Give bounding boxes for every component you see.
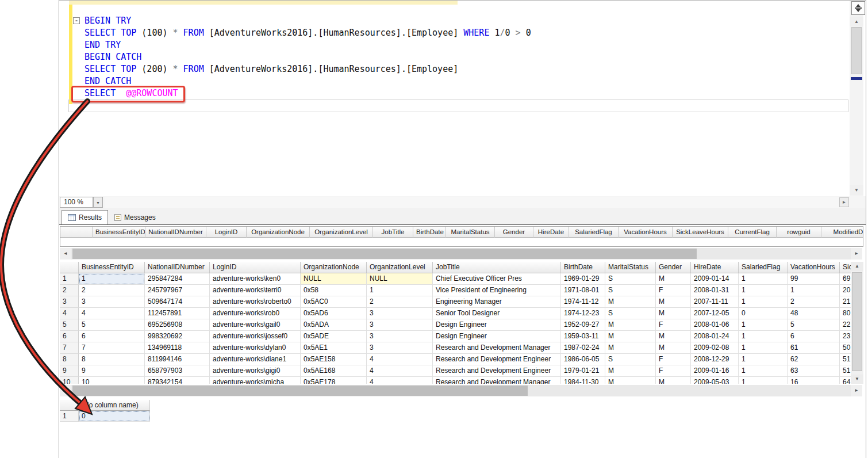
grid-cell[interactable]: 245797967 (145, 285, 210, 296)
grid-cell[interactable]: 1 (739, 285, 788, 296)
editor-vertical-scrollbar[interactable]: ▲ ▼ (850, 1, 863, 196)
grid-cell[interactable]: adventure-works\gail0 (210, 319, 301, 331)
grid-cell[interactable]: 0x5ADE (301, 331, 367, 342)
column-header[interactable]: OrganizationNode (301, 262, 367, 273)
grid-cell[interactable]: 811994146 (145, 354, 210, 365)
tab-messages[interactable]: Messages (109, 210, 162, 224)
grid2-hscroll-thumb[interactable] (72, 386, 528, 396)
column-header[interactable]: MaritalStatus (605, 262, 656, 273)
grid-cell[interactable]: 3 (367, 342, 433, 354)
grid-cell[interactable]: 51 (840, 354, 851, 365)
grid-cell[interactable]: 1 (739, 377, 788, 384)
grid-cell[interactable]: 0 (739, 308, 788, 319)
grid-cell[interactable]: 2009-01-16 (691, 365, 739, 377)
scroll-down-icon[interactable]: ▼ (851, 375, 863, 384)
grid-cell[interactable]: 4 (367, 377, 433, 384)
grid-cell[interactable]: 1 (739, 342, 788, 354)
grid-cell[interactable]: 0x5AE178 (301, 377, 367, 384)
grid-cell[interactable]: 2008-01-24 (691, 331, 739, 342)
grid-cell[interactable]: 695256908 (145, 319, 210, 331)
grid-cell[interactable]: Design Engineer (433, 331, 561, 342)
grid-cell[interactable]: S (605, 354, 656, 365)
grid-cell[interactable]: 2009-05-03 (691, 377, 739, 384)
grid-corner[interactable] (60, 227, 93, 238)
editor-hscroll-button[interactable]: ► (839, 197, 849, 207)
grid-cell[interactable]: 3 (367, 308, 433, 319)
grid-cell[interactable]: 62 (788, 354, 840, 365)
column-header[interactable]: Gender (656, 262, 691, 273)
grid-cell[interactable]: Research and Development Manager (433, 377, 561, 384)
grid-cell[interactable]: 1984-11-30 (561, 377, 605, 384)
grid-cell[interactable]: 80 (840, 308, 851, 319)
code-line[interactable]: SELECT TOP (200) * FROM [AdventureWorks2… (59, 63, 850, 75)
grid-cell[interactable]: 1 (739, 296, 788, 308)
zoom-dropdown-icon[interactable]: ▼ (93, 197, 103, 208)
scroll-up-icon[interactable]: ▲ (851, 262, 863, 271)
grid-cell[interactable]: S (605, 308, 656, 319)
grid-cell[interactable]: 6 (79, 331, 145, 342)
grid-cell[interactable]: Senior Tool Designer (433, 308, 561, 319)
grid-cell[interactable]: 2008-01-06 (691, 319, 739, 331)
grid-cell[interactable]: 23 (840, 331, 851, 342)
grid-cell[interactable]: 658797903 (145, 365, 210, 377)
grid-cell[interactable]: Design Engineer (433, 319, 561, 331)
column-header[interactable]: ModifiedDate (821, 227, 863, 238)
grid-cell[interactable]: 3 (367, 331, 433, 342)
grid-cell[interactable]: adventure-works\terri0 (210, 285, 301, 296)
grid-cell[interactable]: 0x5AE158 (301, 354, 367, 365)
column-header[interactable]: OrganizationNode (247, 227, 310, 238)
grid-cell[interactable]: 3 (367, 319, 433, 331)
grid-cell[interactable]: 1959-03-11 (561, 331, 605, 342)
grid-cell[interactable]: M (656, 296, 691, 308)
grid-cell[interactable]: 998320692 (145, 331, 210, 342)
grid-cell[interactable]: 63 (788, 365, 840, 377)
column-header[interactable]: OrganizationLevel (310, 227, 373, 238)
grid-corner[interactable] (60, 262, 79, 273)
grid1-horizontal-scrollbar[interactable]: ◄ ► (60, 248, 862, 259)
grid-cell[interactable]: M (605, 377, 656, 384)
column-header[interactable]: (No column name) (79, 400, 150, 411)
grid-cell[interactable]: 16 (788, 377, 840, 384)
grid-cell[interactable]: 2 (367, 296, 433, 308)
grid-cell[interactable]: 69 (840, 273, 851, 285)
column-header[interactable]: rowguid (777, 227, 821, 238)
grid-cell[interactable]: Vice President of Engineering (433, 285, 561, 296)
scroll-down-icon[interactable]: ▼ (850, 185, 863, 195)
grid-cell[interactable]: 2007-11-11 (691, 296, 739, 308)
row-header[interactable]: 1 (60, 411, 79, 422)
grid-cell[interactable]: 1 (739, 319, 788, 331)
grid-cell[interactable]: 1979-01-21 (561, 365, 605, 377)
grid-cell[interactable]: 10 (79, 377, 145, 384)
grid-cell[interactable]: F (656, 319, 691, 331)
column-header[interactable]: NationalIDNumber (145, 227, 206, 238)
grid-cell[interactable]: 879342154 (145, 377, 210, 384)
grid-cell[interactable]: 134969118 (145, 342, 210, 354)
grid2-vertical-scrollbar[interactable]: ▲ ▼ (851, 262, 863, 384)
editor-horizontal-scrollbar[interactable] (105, 197, 839, 208)
grid-cell[interactable]: 295847284 (145, 273, 210, 285)
column-header[interactable]: JobTitle (373, 227, 413, 238)
column-header[interactable]: VacationHours (788, 262, 840, 273)
sql-editor[interactable]: - BEGIN TRYSELECT TOP (100) * FROM [Adve… (59, 1, 850, 196)
grid-cell[interactable]: 1 (79, 273, 145, 285)
grid-cell[interactable]: M (605, 365, 656, 377)
grid-cell[interactable]: 1974-11-12 (561, 296, 605, 308)
column-header[interactable]: HireDate (533, 227, 569, 238)
column-header[interactable]: BirthDate (561, 262, 605, 273)
grid-cell[interactable]: 0x5ADA (301, 319, 367, 331)
grid-cell[interactable]: 48 (788, 308, 840, 319)
grid-cell[interactable]: Chief Executive Officer Pres (433, 273, 561, 285)
grid-cell[interactable]: 509647174 (145, 296, 210, 308)
rowcount-result-grid[interactable]: (No column name)10 (60, 400, 405, 422)
grid-cell[interactable]: 112457891 (145, 308, 210, 319)
column-header[interactable]: HireDate (691, 262, 739, 273)
row-header[interactable]: 5 (60, 319, 79, 331)
grid-cell[interactable]: 22 (840, 319, 851, 331)
grid-cell[interactable]: M (605, 296, 656, 308)
grid-cell[interactable]: 5 (788, 319, 840, 331)
grid-cell[interactable]: F (656, 285, 691, 296)
grid-cell[interactable]: M (605, 331, 656, 342)
grid-cell[interactable]: 64 (840, 377, 851, 384)
grid-cell[interactable]: adventure-works\jossef0 (210, 331, 301, 342)
column-header[interactable]: LoginID (210, 262, 301, 273)
